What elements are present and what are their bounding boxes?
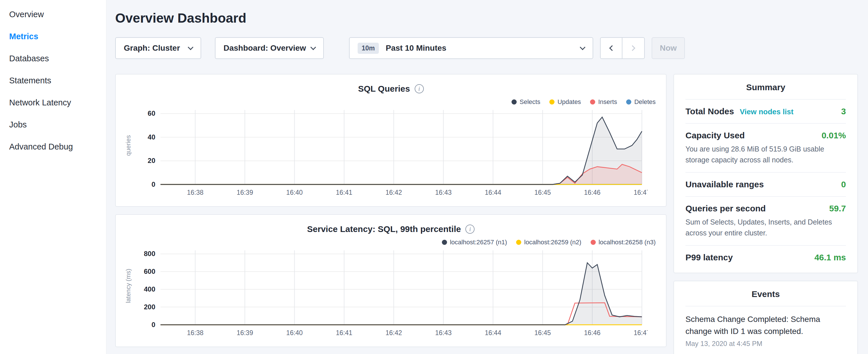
legend-item-updates[interactable]: Updates [549, 98, 581, 106]
summary-value: 3 [841, 106, 846, 116]
series-dot-icon [516, 240, 521, 245]
svg-text:16:43: 16:43 [435, 329, 452, 336]
view-nodes-list-link[interactable]: View nodes list [740, 107, 793, 116]
sidebar-nav: OverviewMetricsDatabasesStatementsNetwor… [0, 0, 106, 354]
summary-label: Unavailable ranges [685, 180, 764, 189]
time-range-selector[interactable]: 10m Past 10 Minutes [349, 37, 593, 59]
svg-text:16:40: 16:40 [286, 329, 303, 336]
content-row: SQL Queries i SelectsUpdatesInsertsDelet… [115, 74, 868, 354]
legend-item-localhost-26258-n3[interactable]: localhost:26258 (n3) [591, 238, 656, 246]
prev-time-range-button[interactable] [600, 37, 622, 59]
sidebar-item-network-latency[interactable]: Network Latency [0, 92, 106, 114]
legend-item-localhost-26257-n1[interactable]: localhost:26257 (n1) [442, 238, 507, 246]
chart-legend: SelectsUpdatesInsertsDeletes [124, 97, 656, 106]
event-message: Schema Change Completed: Schema change w… [685, 313, 846, 337]
chart-title-row: Service Latency: SQL, 99th percentile i [124, 223, 658, 235]
series-dot-icon [591, 240, 596, 245]
events-list: Schema Change Completed: Schema change w… [685, 313, 846, 353]
svg-text:16:44: 16:44 [485, 329, 501, 336]
graph-dropdown[interactable]: Graph: Cluster [115, 37, 201, 59]
svg-text:16:39: 16:39 [237, 329, 253, 336]
legend-item-inserts[interactable]: Inserts [590, 98, 617, 106]
sidebar-item-metrics[interactable]: Metrics [0, 26, 106, 47]
summary-value: 0 [841, 180, 846, 189]
chevron-down-icon [310, 44, 316, 50]
series-dot-icon [626, 99, 631, 104]
main-content: Overview Dashboard Graph: Cluster Dashbo… [107, 0, 868, 354]
info-icon[interactable]: i [465, 225, 474, 234]
y-axis-label: latency (ms) [124, 247, 133, 325]
svg-text:16:38: 16:38 [187, 189, 204, 196]
chevron-right-icon [629, 45, 635, 51]
svg-text:0: 0 [152, 181, 155, 188]
sidebar-item-jobs[interactable]: Jobs [0, 114, 106, 136]
right-column: Summary Total NodesView nodes list3Capac… [674, 74, 858, 354]
svg-text:400: 400 [144, 285, 155, 293]
chevron-down-icon [188, 44, 193, 50]
summary-value: 59.7 [829, 204, 846, 213]
summary-label: P99 latency [685, 253, 733, 262]
summary-row: Total NodesView nodes list3 [685, 100, 846, 124]
dashboard-dropdown-prefix: Dashboard: [223, 43, 268, 53]
graph-dropdown-prefix: Graph: [124, 43, 150, 53]
legend-item-deletes[interactable]: Deletes [626, 98, 656, 106]
chart-title: SQL Queries [358, 84, 410, 94]
svg-text:16:45: 16:45 [534, 329, 551, 336]
chevron-left-icon [609, 45, 615, 51]
svg-text:16:42: 16:42 [385, 329, 402, 336]
legend-label: localhost:26258 (n3) [599, 238, 656, 246]
svg-text:16:47: 16:47 [633, 189, 648, 196]
sql-queries-chart-panel: SQL Queries i SelectsUpdatesInsertsDelet… [115, 74, 666, 207]
svg-text:200: 200 [144, 303, 155, 311]
summary-row: Unavailable ranges0 [685, 173, 846, 197]
svg-text:600: 600 [144, 267, 155, 275]
chart-body: latency (ms) 020040060080016:3816:3916:4… [124, 247, 658, 344]
dashboard-dropdown-text: Dashboard: Overview [223, 43, 306, 53]
summary-title: Summary [685, 83, 846, 100]
service-latency-chart-panel: Service Latency: SQL, 99th percentile i … [115, 214, 666, 347]
summary-subtext: Sum of Selects, Updates, Inserts, and De… [685, 217, 846, 238]
sidebar-item-advanced-debug[interactable]: Advanced Debug [0, 136, 106, 158]
series-dot-icon [512, 99, 517, 104]
summary-label: Capacity Used [685, 131, 745, 140]
svg-text:16:40: 16:40 [286, 189, 303, 196]
dashboard-dropdown-value: Overview [270, 43, 306, 53]
legend-item-selects[interactable]: Selects [512, 98, 540, 106]
sidebar-item-overview[interactable]: Overview [0, 3, 106, 26]
series-dot-icon [442, 240, 447, 245]
now-button[interactable]: Now [652, 37, 685, 59]
graph-dropdown-value: Cluster [152, 43, 180, 53]
legend-label: Inserts [598, 98, 617, 106]
chart-plot-area[interactable]: 020406016:3816:3916:4016:4116:4216:4316:… [133, 106, 648, 204]
charts-column: SQL Queries i SelectsUpdatesInsertsDelet… [115, 74, 666, 347]
events-title: Events [685, 289, 846, 307]
svg-text:40: 40 [148, 133, 155, 141]
chart-plot-area[interactable]: 020040060080016:3816:3916:4016:4116:4216… [133, 247, 648, 344]
summary-label: Total Nodes [685, 106, 734, 116]
chart-body: queries 020406016:3816:3916:4016:4116:42… [124, 106, 658, 204]
legend-item-localhost-26259-n2[interactable]: localhost:26259 (n2) [516, 238, 581, 246]
next-time-range-button [622, 37, 645, 59]
summary-row: Capacity Used0.01%You are using 28.6 MiB… [685, 124, 846, 173]
summary-rows: Total NodesView nodes list3Capacity Used… [685, 100, 846, 269]
y-axis-label: queries [124, 106, 133, 185]
series-dot-icon [590, 99, 595, 104]
svg-text:16:41: 16:41 [336, 329, 352, 336]
info-icon[interactable]: i [415, 84, 424, 93]
time-range-badge: 10m [358, 43, 379, 54]
svg-text:20: 20 [148, 157, 155, 164]
sidebar-item-statements[interactable]: Statements [0, 70, 106, 92]
svg-text:16:42: 16:42 [385, 189, 402, 196]
graph-dropdown-text: Graph: Cluster [124, 43, 180, 53]
dashboard-dropdown[interactable]: Dashboard: Overview [215, 37, 324, 59]
sidebar-item-databases[interactable]: Databases [0, 47, 106, 70]
svg-text:16:46: 16:46 [584, 329, 601, 336]
svg-text:16:45: 16:45 [534, 189, 551, 196]
chevron-down-icon [580, 44, 585, 50]
legend-label: Updates [557, 98, 581, 106]
svg-text:16:47: 16:47 [633, 329, 648, 336]
svg-text:60: 60 [148, 109, 155, 117]
svg-text:16:46: 16:46 [584, 189, 601, 196]
chart-legend: localhost:26257 (n1)localhost:26259 (n2)… [124, 238, 656, 247]
summary-row: Queries per second59.7Sum of Selects, Up… [685, 197, 846, 246]
